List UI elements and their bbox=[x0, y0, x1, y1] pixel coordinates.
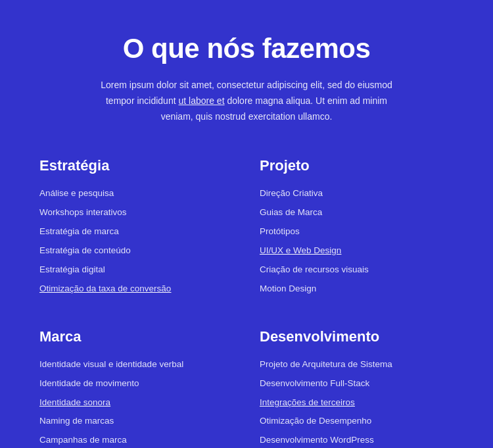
list-item: Criação de recursos visuais bbox=[260, 264, 454, 276]
list-item[interactable]: Integrações de terceiros bbox=[260, 397, 454, 409]
category-title-marca: Marca bbox=[39, 328, 233, 345]
list-item[interactable]: Otimização da taxa de conversão bbox=[39, 283, 233, 295]
list-item: Motion Design bbox=[260, 283, 454, 295]
list-item: Projeto de Arquitetura de Sistema bbox=[260, 359, 454, 371]
list-item: Estratégia de conteúdo bbox=[39, 245, 233, 257]
list-item: Campanhas de marca bbox=[39, 434, 233, 447]
category-marca: MarcaIdentidade visual e identidade verb… bbox=[39, 328, 233, 448]
category-title-projeto: Projeto bbox=[260, 157, 454, 174]
list-item: Protótipos bbox=[260, 226, 454, 238]
service-link[interactable]: UI/UX e Web Design bbox=[260, 245, 341, 255]
category-projeto: ProjetoDireção CriativaGuias de MarcaPro… bbox=[260, 157, 454, 295]
list-item: Guias de Marca bbox=[260, 207, 454, 219]
list-item: Análise e pesquisa bbox=[39, 187, 233, 200]
list-item: Identidade de movimento bbox=[39, 378, 233, 390]
category-title-estrategia: Estratégia bbox=[39, 157, 233, 174]
service-link[interactable]: Integrações de terceiros bbox=[260, 397, 355, 407]
service-list-desenvolvimento: Projeto de Arquitetura de SistemaDesenvo… bbox=[260, 359, 454, 448]
list-item: Workshops interativos bbox=[39, 207, 233, 219]
list-item[interactable]: UI/UX e Web Design bbox=[260, 245, 454, 257]
services-grid: EstratégiaAnálise e pesquisaWorkshops in… bbox=[39, 157, 454, 448]
list-item: Estratégia de marca bbox=[39, 226, 233, 238]
list-item: Estratégia digital bbox=[39, 264, 233, 276]
category-estrategia: EstratégiaAnálise e pesquisaWorkshops in… bbox=[39, 157, 233, 295]
category-title-desenvolvimento: Desenvolvimento bbox=[260, 328, 454, 345]
service-list-estrategia: Análise e pesquisaWorkshops interativosE… bbox=[39, 187, 233, 295]
list-item: Identidade visual e identidade verbal bbox=[39, 359, 233, 371]
list-item: Desenvolvimento Full-Stack bbox=[260, 378, 454, 390]
list-item[interactable]: Identidade sonora bbox=[39, 397, 233, 409]
page-title: O que nós fazemos bbox=[39, 33, 454, 64]
service-list-marca: Identidade visual e identidade verbalIde… bbox=[39, 359, 233, 448]
service-list-projeto: Direção CriativaGuias de MarcaProtótipos… bbox=[260, 187, 454, 295]
page-subtitle: Lorem ipsum dolor sit amet, consectetur … bbox=[95, 78, 398, 124]
list-item: Direção Criativa bbox=[260, 187, 454, 200]
list-item: Desenvolvimento WordPress bbox=[260, 434, 454, 447]
list-item: Otimização de Desempenho bbox=[260, 415, 454, 428]
header-section: O que nós fazemos Lorem ipsum dolor sit … bbox=[39, 33, 454, 124]
service-link[interactable]: Identidade sonora bbox=[39, 397, 110, 407]
category-desenvolvimento: DesenvolvimentoProjeto de Arquitetura de… bbox=[260, 328, 454, 448]
page-container: O que nós fazemos Lorem ipsum dolor sit … bbox=[0, 0, 493, 448]
service-link[interactable]: Otimização da taxa de conversão bbox=[39, 284, 171, 293]
list-item: Naming de marcas bbox=[39, 415, 233, 428]
